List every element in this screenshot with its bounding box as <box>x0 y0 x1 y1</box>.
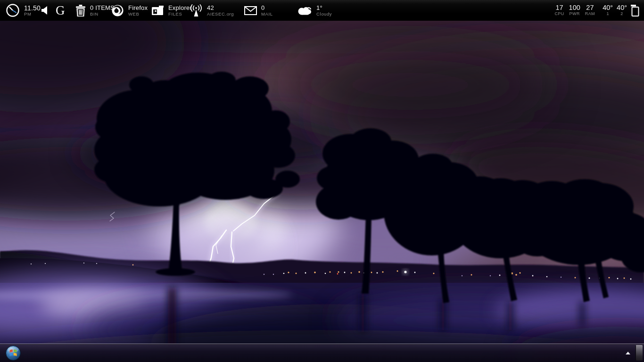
wallpaper <box>0 0 644 362</box>
cpu-stat: 17 CPU <box>554 4 564 16</box>
temp2-label: 2 <box>620 11 623 16</box>
mail-icon <box>244 6 257 15</box>
pwr-label: PWR <box>570 11 580 16</box>
network-value: 42 <box>207 5 234 11</box>
cloud-icon <box>297 6 312 15</box>
start-button[interactable] <box>5 345 21 361</box>
power-widget[interactable] <box>631 0 640 21</box>
desktop: 11.50 PM G 0 ITEMS BIN <box>0 0 644 362</box>
explorer-widget[interactable]: Explorer FILES <box>152 0 192 21</box>
cpu-label: CPU <box>554 11 564 16</box>
speaker-icon <box>41 6 49 15</box>
network-widget[interactable]: 42 AIESEC.org <box>190 0 234 21</box>
web-label: WEB <box>128 11 148 16</box>
google-widget[interactable]: G <box>56 0 65 21</box>
temp1-stat: 40° 1 <box>603 4 613 16</box>
pwr-value: 100 <box>569 4 580 11</box>
temp2-value: 40° <box>617 4 627 11</box>
storm-wallpaper-art <box>0 0 644 362</box>
topbar: 11.50 PM G 0 ITEMS BIN <box>0 0 644 21</box>
weather-temp: 1° <box>316 5 332 11</box>
web-app: Firefox <box>128 5 148 11</box>
clock-widget[interactable]: 11.50 PM <box>6 0 41 21</box>
mail-widget[interactable]: 0 MAIL <box>244 0 273 21</box>
pwr-stat: 100 PWR <box>569 4 580 16</box>
firefox-icon <box>111 4 124 17</box>
mail-label: MAIL <box>261 11 273 16</box>
taskbar <box>0 344 644 362</box>
battery-icon <box>631 4 640 17</box>
weather-widget[interactable]: 1° Cloudy <box>297 0 332 21</box>
clock-icon <box>6 3 20 17</box>
system-stats-widget[interactable]: 17 CPU 100 PWR 27 RAM <box>554 0 595 21</box>
ram-stat: 27 RAM <box>585 4 595 16</box>
temp1-value: 40° <box>603 4 613 11</box>
explorer-icon <box>152 6 164 16</box>
clock-period: PM <box>24 11 41 16</box>
show-hidden-icons-button[interactable] <box>624 344 632 362</box>
trash-icon <box>75 5 86 16</box>
network-label: AIESEC.org <box>207 11 234 16</box>
recycle-bin-widget[interactable]: 0 ITEMS BIN <box>75 0 115 21</box>
files-app: Explorer <box>168 5 192 11</box>
temp2-stat: 40° 2 <box>617 4 627 16</box>
files-label: FILES <box>168 11 192 16</box>
temps-widget[interactable]: 40° 1 40° 2 <box>603 0 627 21</box>
volume-widget[interactable] <box>41 0 49 21</box>
ram-value: 27 <box>586 4 594 11</box>
windows-start-orb-icon <box>5 345 21 361</box>
ram-label: RAM <box>585 11 595 16</box>
antenna-icon <box>190 4 203 16</box>
mail-count: 0 <box>261 5 273 11</box>
firefox-widget[interactable]: Firefox WEB <box>111 0 148 21</box>
temp1-label: 1 <box>606 11 609 16</box>
show-desktop-button[interactable] <box>636 345 643 361</box>
cpu-value: 17 <box>555 4 563 11</box>
up-arrow-icon <box>626 352 630 354</box>
google-g-icon: G <box>56 4 65 17</box>
weather-cond: Cloudy <box>316 11 332 16</box>
clock-time: 11.50 <box>24 5 41 11</box>
